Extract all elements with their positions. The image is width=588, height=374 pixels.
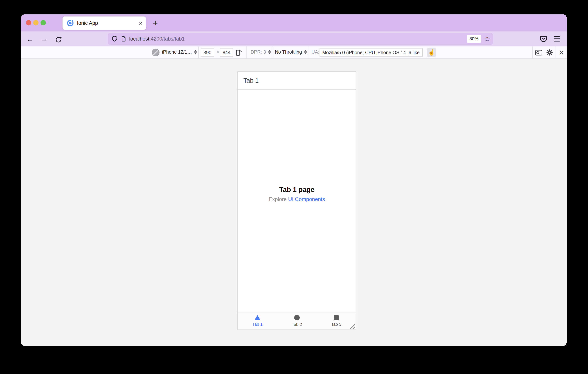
tab-button-tab2[interactable]: Tab 2 <box>277 312 316 330</box>
url-text: localhost:4200/tabs/tab1 <box>129 36 185 42</box>
browser-tab-strip: Ionic App × + <box>21 14 567 32</box>
app-header: Tab 1 <box>238 72 356 90</box>
ui-components-link[interactable]: UI Components <box>288 196 325 202</box>
toolbar-separator <box>309 46 309 58</box>
rdm-close-icon[interactable]: × <box>557 48 566 57</box>
dimension-times: × <box>216 49 219 55</box>
reload-button[interactable] <box>52 33 64 45</box>
dpr-selector[interactable]: DPR: 3 <box>251 49 271 55</box>
dpr-label: DPR: 3 <box>251 49 266 55</box>
circle-icon <box>294 315 300 321</box>
shield-icon[interactable] <box>111 36 118 42</box>
app-header-title: Tab 1 <box>243 77 259 84</box>
device-selector[interactable]: iPhone 12/1… <box>162 49 197 55</box>
rdm-settings-gear-icon[interactable] <box>545 48 554 57</box>
chevron-updown-icon <box>304 50 307 54</box>
ionic-favicon-icon <box>67 20 74 27</box>
url-bar[interactable]: localhost:4200/tabs/tab1 80% ☆ <box>108 33 493 45</box>
menu-bar <box>554 36 560 37</box>
device-selector-label: iPhone 12/1… <box>162 49 192 55</box>
browser-window: Ionic App × + ← → <box>21 14 567 346</box>
zoom-level-badge[interactable]: 80% <box>467 35 481 43</box>
throttling-label: No Throttling <box>275 49 302 55</box>
toolbar-separator <box>246 46 247 58</box>
tab-button-tab1[interactable]: Tab 1 <box>238 312 277 330</box>
touch-simulation-icon[interactable]: ☝ <box>427 48 436 57</box>
bookmark-star-icon[interactable]: ☆ <box>484 35 490 43</box>
user-agent-input[interactable] <box>320 48 423 57</box>
throttling-selector[interactable]: No Throttling <box>275 49 307 55</box>
responsive-design-toolbar: iPhone 12/1… × DPR: 3 <box>21 46 567 59</box>
square-icon <box>334 315 339 320</box>
rdm-content-area: Tab 1 Tab 1 page Explore UI Components T… <box>21 59 567 346</box>
page-content: Tab 1 page Explore UI Components <box>238 186 356 202</box>
explore-text: Explore <box>269 196 288 202</box>
hamburger-menu-icon[interactable] <box>554 34 562 43</box>
chevron-updown-icon <box>194 50 197 54</box>
window-minimize-button[interactable] <box>33 20 38 25</box>
url-host: localhost <box>129 36 149 42</box>
toolbar-separator <box>198 46 199 58</box>
window-close-button[interactable] <box>26 20 31 25</box>
window-zoom-button[interactable] <box>41 20 46 25</box>
forward-button[interactable]: → <box>38 33 50 45</box>
chevron-updown-icon <box>268 50 271 54</box>
pocket-save-icon[interactable] <box>539 34 549 44</box>
viewport-width-input[interactable] <box>201 48 214 57</box>
app-tab-bar: Tab 1 Tab 2 Tab 3 <box>238 312 356 330</box>
back-button[interactable]: ← <box>24 33 36 45</box>
rotate-viewport-icon[interactable] <box>234 48 242 57</box>
tab-close-icon[interactable]: × <box>139 20 142 26</box>
device-viewport: Tab 1 Tab 1 page Explore UI Components T… <box>237 71 356 330</box>
toolbar-separator <box>273 46 273 58</box>
toolbar-separator <box>532 46 533 58</box>
menu-bar <box>554 38 560 39</box>
new-tab-button[interactable]: + <box>149 17 161 29</box>
browser-tab-ionic-app[interactable]: Ionic App × <box>63 16 146 30</box>
tab-title: Ionic App <box>77 20 139 26</box>
page-info-icon[interactable] <box>120 36 126 42</box>
viewport-resize-handle[interactable] <box>349 323 356 330</box>
navigation-toolbar: ← → l <box>21 32 567 46</box>
page-title: Tab 1 page <box>238 186 356 194</box>
url-path: :4200/tabs/tab1 <box>149 36 185 42</box>
menu-bar <box>554 41 560 42</box>
desktop-background: Ionic App × + ← → <box>0 0 588 374</box>
device-favicon-compass-icon <box>152 49 160 56</box>
triangle-icon <box>254 315 261 320</box>
page-subtitle: Explore UI Components <box>238 196 356 202</box>
toolbar-separator <box>555 46 556 58</box>
screenshot-camera-icon[interactable] <box>535 48 543 57</box>
viewport-height-input[interactable] <box>220 48 233 57</box>
ua-label: UA: <box>311 49 319 55</box>
